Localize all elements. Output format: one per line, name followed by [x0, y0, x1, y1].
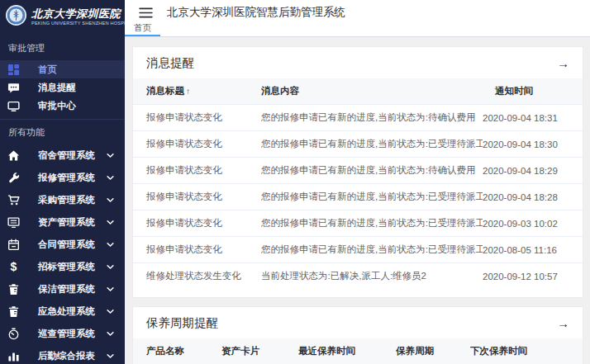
col-header-maintenance-0[interactable]: 产品名称 [133, 338, 221, 364]
messages-title: 消息提醒 [146, 55, 194, 71]
message-content: 您的报修申请已有新的进度,当前状态为:待确认费用 [261, 105, 483, 131]
sidebar-item-label: 首页 [38, 64, 57, 76]
sidebar-item-emergency[interactable]: 应急处理系统 [0, 300, 125, 323]
chevron-down-icon [105, 307, 115, 316]
chevron-down-icon [105, 329, 115, 338]
message-content: 您的报修申请已有新的进度,当前状态为:待确认费用 [261, 158, 483, 184]
sidebar-item-repair[interactable]: 报修管理系统 [0, 167, 125, 189]
trash-icon [7, 305, 21, 318]
topbar: 北京大学深圳医院智慧后勤管理系统 [125, 0, 590, 25]
sidebar-item-dormitory[interactable]: 宿舍管理系统 [0, 144, 125, 167]
monitor-icon [7, 100, 21, 112]
message-title: 报修申请状态变化 [133, 237, 261, 263]
message-time: 2020-09-12 10:57 [483, 263, 583, 290]
message-row[interactable]: 报修申请状态变化您的报修申请已有新的进度,当前状态为:已受理待派工2020-09… [133, 131, 583, 158]
sidebar-item-cleaning[interactable]: 保洁管理系统 [0, 278, 125, 300]
message-time: 2020-09-04 18:30 [483, 131, 583, 158]
calendar-icon [7, 239, 21, 251]
hospital-name-en: PEKING UNIVERSITY SHENZHEN HOSPITAL [31, 21, 125, 26]
col-header-maintenance-1[interactable]: 资产卡片 [221, 338, 298, 364]
message-title: 报修申请状态变化 [133, 105, 261, 131]
main-area: 北京大学深圳医院智慧后勤管理系统 首页 消息提醒 → 消息标题↑ 消息内容 通知 [125, 0, 590, 364]
sidebar-nav: 审批管理首页消息提醒审批中心所有功能宿舍管理系统报修管理系统采购管理系统资产管理… [0, 35, 125, 364]
chevron-down-icon [105, 151, 115, 160]
svg-text:$: $ [11, 261, 17, 273]
col-header-message-title[interactable]: 消息标题↑ [133, 78, 261, 105]
message-row[interactable]: 报修申请状态变化您的报修申请已有新的进度,当前状态为:已受理待派工2020-09… [133, 210, 583, 237]
dashboard-icon [7, 64, 21, 76]
app-title: 北京大学深圳医院智慧后勤管理系统 [167, 5, 345, 20]
trash-icon [7, 283, 21, 295]
bar-chart-icon [7, 350, 21, 362]
col-header-maintenance-2[interactable]: 最近保养时间 [298, 338, 396, 364]
message-time: 2020-09-03 10:02 [483, 210, 583, 237]
sidebar-item-label: 保洁管理系统 [38, 283, 95, 295]
message-row[interactable]: 维修处理状态发生变化当前处理状态为:已解决,派工人:维修员22020-09-12… [133, 263, 583, 290]
sidebar-item-label: 招标管理系统 [38, 261, 95, 273]
sidebar-item-label: 宿舍管理系统 [38, 149, 95, 162]
tab-bar: 首页 [125, 25, 590, 37]
sidebar-section-label: 审批管理 [0, 35, 125, 60]
messages-card-header: 消息提醒 → [133, 47, 583, 78]
stopwatch-icon [7, 328, 21, 340]
chevron-down-icon [105, 218, 115, 227]
message-content: 您的报修申请已有新的进度,当前状态为:已受理待派工 [261, 184, 483, 210]
message-row[interactable]: 报修申请状态变化您的报修申请已有新的进度,当前状态为:已受理待派工2020-09… [133, 184, 583, 210]
messages-header-row: 消息标题↑ 消息内容 通知时间 [133, 78, 583, 105]
hospital-logo-icon [5, 4, 27, 30]
maintenance-title: 保养周期提醒 [146, 315, 218, 331]
message-title: 报修申请状态变化 [133, 210, 261, 237]
sidebar-item-label: 资产管理系统 [38, 216, 95, 229]
message-time: 2020-09-04 18:29 [483, 158, 583, 184]
message-content: 您的报修申请已有新的进度,当前状态为:已受理待派工 [261, 237, 483, 263]
col-header-maintenance-3[interactable]: 保养周期 [396, 338, 470, 364]
col-header-maintenance-4[interactable]: 下次保养时间 [470, 338, 583, 364]
sidebar-item-label: 报修管理系统 [38, 172, 95, 184]
asset-card-icon [7, 216, 21, 229]
wrench-icon [7, 172, 21, 184]
sort-asc-icon: ↑ [186, 87, 190, 96]
maintenance-header-row: 产品名称资产卡片最近保养时间保养周期下次保养时间 [133, 338, 583, 364]
message-row[interactable]: 报修申请状态变化您的报修申请已有新的进度,当前状态为:待确认费用2020-09-… [133, 158, 583, 184]
content: 消息提醒 → 消息标题↑ 消息内容 通知时间 报修申请状态变化您的报修申请已有新… [125, 37, 590, 364]
home-icon [7, 149, 21, 162]
hospital-name: 北京大学深圳医院 [31, 8, 125, 20]
sidebar-item-label: 后勤综合报表 [38, 350, 95, 362]
sidebar-item-contract[interactable]: 合同管理系统 [0, 234, 125, 256]
hamburger-icon[interactable] [139, 7, 153, 18]
message-title: 报修申请状态变化 [133, 158, 261, 184]
sidebar-item-label: 审批中心 [38, 100, 76, 112]
message-title: 维修处理状态发生变化 [133, 263, 261, 290]
sidebar-item-label: 消息提醒 [38, 82, 76, 94]
col-header-notify-time[interactable]: 通知时间 [483, 78, 583, 105]
arrow-right-icon[interactable]: → [557, 317, 569, 329]
sidebar-item-logistics-report[interactable]: 后勤综合报表 [0, 345, 125, 364]
sidebar-item-label: 巡查管理系统 [38, 328, 95, 340]
sidebar-item-home[interactable]: 首页 [0, 60, 125, 78]
chevron-down-icon [105, 352, 115, 361]
message-content: 您的报修申请已有新的进度,当前状态为:已受理待派工 [261, 210, 483, 237]
message-row[interactable]: 报修申请状态变化您的报修申请已有新的进度,当前状态为:已受理待派工2020-08… [133, 237, 583, 263]
message-content: 您的报修申请已有新的进度,当前状态为:已受理待派工 [261, 131, 483, 158]
sidebar-item-inspection[interactable]: 巡查管理系统 [0, 323, 125, 345]
sidebar-item-bidding[interactable]: $招标管理系统 [0, 256, 125, 278]
message-content: 当前处理状态为:已解决,派工人:维修员2 [261, 263, 483, 290]
message-row[interactable]: 报修申请状态变化您的报修申请已有新的进度,当前状态为:待确认费用2020-09-… [133, 105, 583, 131]
sidebar-item-message-reminder[interactable]: 消息提醒 [0, 78, 125, 97]
tab-home[interactable]: 首页 [125, 22, 160, 36]
chevron-down-icon [105, 262, 115, 272]
messages-card: 消息提醒 → 消息标题↑ 消息内容 通知时间 报修申请状态变化您的报修申请已有新… [132, 46, 583, 298]
message-title: 报修申请状态变化 [133, 184, 261, 210]
hospital-logo: 北京大学深圳医院 PEKING UNIVERSITY SHENZHEN HOSP… [0, 0, 125, 35]
sidebar-item-approval-center[interactable]: 审批中心 [0, 97, 125, 115]
chevron-down-icon [105, 285, 115, 294]
sidebar-item-procurement[interactable]: 采购管理系统 [0, 189, 125, 211]
chevron-down-icon [105, 240, 115, 249]
arrow-right-icon[interactable]: → [557, 57, 569, 69]
chat-icon [7, 82, 21, 94]
sidebar-item-asset[interactable]: 资产管理系统 [0, 211, 125, 234]
chevron-down-icon [105, 173, 115, 182]
message-time: 2020-09-04 18:31 [483, 105, 583, 131]
col-header-message-content[interactable]: 消息内容 [261, 78, 483, 105]
cart-icon [7, 194, 21, 206]
